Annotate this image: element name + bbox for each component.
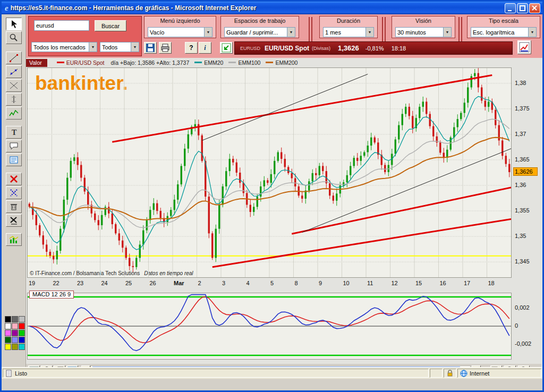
freehand-tool-button[interactable] [6, 107, 22, 120]
time-axis-label: 22 [53, 280, 60, 286]
quote-time: 18:18 [392, 45, 406, 52]
color-swatch[interactable] [12, 323, 18, 329]
macd-chart[interactable] [27, 293, 512, 360]
zoom-tool-button[interactable] [6, 31, 22, 44]
notes-tool-button[interactable] [6, 154, 22, 166]
trash-icon [8, 202, 19, 211]
color-swatch[interactable] [12, 337, 18, 343]
color-swatch[interactable] [19, 344, 25, 350]
info-button[interactable]: i [199, 42, 211, 54]
legend-series-name: EUR/USD Spot [66, 59, 105, 66]
hide-drawing-tool-button[interactable] [6, 186, 22, 199]
crossline-tool-button[interactable] [6, 79, 22, 92]
price-chart[interactable]: bankinter. © IT-Finance.com / Bolsamania… [27, 67, 512, 278]
color-swatch[interactable] [12, 316, 18, 322]
left-menu-group: Menú izquierdo Vacío ▼ [144, 16, 216, 38]
help-button[interactable]: ? [185, 42, 198, 54]
legend-emm20: EMM20 [204, 59, 223, 66]
chart-arrow-icon [519, 42, 530, 53]
black-x-icon [8, 216, 19, 225]
time-axis-label: 12 [392, 280, 398, 286]
duration-dropdown[interactable]: 1 mes ▼ [323, 27, 374, 37]
text-tool-button[interactable]: T [6, 126, 22, 139]
price-axis: 1,3626 1,3451,351,3551,361,3651,371,3751… [513, 67, 541, 278]
color-swatch[interactable] [12, 330, 18, 336]
trendline-tool-button[interactable] [6, 65, 22, 78]
print-button[interactable] [159, 42, 172, 54]
status-bar: Listo Internet [2, 367, 542, 379]
price-axis-label: 1,355 [515, 207, 530, 214]
price-axis-label: 1,36 [515, 182, 526, 188]
time-axis-label: 3 [222, 280, 225, 286]
vertical-line-tool-button[interactable] [6, 93, 22, 106]
workspace-dropdown-value: Guardar / suprimir... [225, 29, 287, 36]
chart-link-button[interactable] [220, 42, 233, 54]
title-bar[interactable]: e https://es5.it-finance.com - Herramien… [2, 2, 542, 14]
chevron-down-icon[interactable]: ▼ [443, 28, 451, 37]
delete-drawing-tool-button[interactable] [6, 173, 22, 185]
color-swatch[interactable] [5, 344, 11, 350]
markets-dropdown-value: Todos los mercados [32, 44, 89, 50]
status-cell: Listo [3, 369, 429, 378]
color-swatch[interactable] [19, 323, 25, 329]
save-button[interactable] [144, 42, 157, 54]
scale-type-group: Tipo escala Esc. logarítmica ▼ [467, 16, 540, 38]
chevron-down-icon[interactable]: ▼ [131, 42, 139, 52]
color-swatch[interactable] [12, 344, 18, 350]
left-menu-dropdown[interactable]: Vacío ▼ [148, 27, 212, 37]
popup-chart-button[interactable] [517, 40, 531, 54]
time-axis-label: 18 [488, 280, 495, 286]
workspace-dropdown[interactable]: Guardar / suprimir... ▼ [224, 27, 295, 37]
time-axis-label: Mar [174, 280, 184, 286]
maximize-button[interactable] [517, 3, 528, 13]
workspace-label: Espacios de trabajo [221, 16, 299, 24]
time-axis-label: 5 [270, 280, 274, 286]
color-swatch[interactable] [19, 330, 25, 336]
close-button[interactable] [529, 3, 540, 13]
status-spacer-cell [430, 369, 443, 378]
select-tool-button[interactable] [6, 18, 22, 30]
trendline-icon [8, 67, 19, 76]
vision-dropdown[interactable]: 30 minutos ▼ [395, 27, 452, 37]
chevron-down-icon[interactable]: ▼ [89, 42, 97, 52]
indicator-tool-button[interactable] [6, 233, 22, 246]
chevron-down-icon[interactable]: ▼ [528, 28, 536, 37]
chevron-down-icon[interactable]: ▼ [366, 28, 373, 37]
markets-dropdown[interactable]: Todos los mercados ▼ [31, 42, 97, 52]
instrument-type-dropdown[interactable]: Todos ▼ [100, 42, 139, 52]
scale-type-dropdown[interactable]: Esc. logarítmica ▼ [471, 27, 537, 37]
notebook-icon [8, 155, 19, 165]
chevron-down-icon[interactable]: ▼ [287, 28, 295, 37]
macd-label: MACD 12 26 9 [29, 291, 74, 299]
chart-region: Valor EUR/USD Spot día +Bajo: 1,3586 +Al… [26, 58, 542, 379]
time-axis-label: 15 [415, 280, 422, 286]
price-axis-label: 1,365 [515, 156, 530, 163]
legend-emm100: EMM100 [238, 59, 260, 66]
cross-lines-icon [8, 81, 19, 90]
duration-label: Duración [320, 16, 377, 24]
trash-tool-button[interactable] [6, 200, 22, 213]
color-swatch[interactable] [5, 323, 11, 329]
search-input[interactable] [34, 20, 89, 31]
color-swatch[interactable] [5, 330, 11, 336]
zone-text: Internet [470, 370, 489, 377]
time-axis-label: 4 [246, 280, 250, 286]
time-axis-label: 16 [440, 280, 446, 286]
color-swatch[interactable] [5, 316, 11, 322]
color-swatch[interactable] [5, 337, 11, 343]
minimize-button[interactable] [505, 3, 516, 13]
color-swatch[interactable] [19, 316, 25, 322]
vertical-line-icon [8, 95, 19, 104]
comment-tool-button[interactable] [6, 140, 22, 152]
emm20-dash-icon [194, 62, 202, 63]
search-button[interactable]: Buscar [95, 20, 126, 31]
line-tool-button[interactable] [6, 52, 22, 64]
chevron-down-icon[interactable]: ▼ [204, 28, 212, 37]
macd-axis-label: 0,002 [515, 304, 530, 311]
legend-day-range: día +Bajo: 1,3586 +Alto: 1,3737 [111, 59, 190, 66]
delete-all-tool-button[interactable] [6, 214, 22, 227]
scale-type-label: Tipo escala [468, 16, 540, 24]
quote-price: 1,3626 [338, 44, 359, 52]
price-axis-label: 1,38 [515, 80, 526, 86]
color-swatch[interactable] [19, 337, 25, 343]
